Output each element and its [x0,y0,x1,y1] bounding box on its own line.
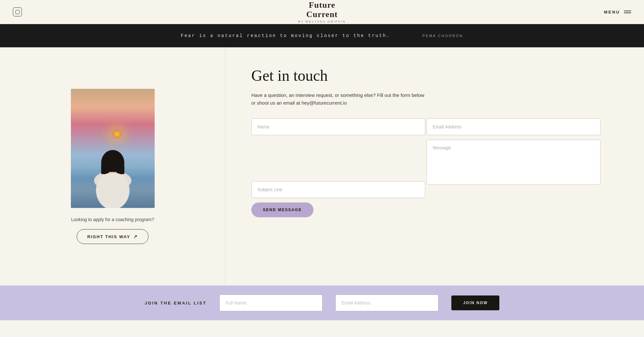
contact-form-panel: Get in touch Have a question, an intervi… [226,47,644,286]
name-input[interactable] [251,118,425,135]
right-this-way-label: RIGHT THIS WAY [87,234,130,239]
email-footer: JOIN THE EMAIL LIST JOIN NOW [0,286,644,320]
quote-text: Fear is a natural reaction to moving clo… [181,33,390,38]
footer-name-input[interactable] [219,295,322,311]
main-content: Looking to apply for a coaching program?… [0,47,644,286]
contact-title: Get in touch [251,67,618,84]
hamburger-icon [624,11,631,13]
logo-title: FutureCurrent [298,1,346,19]
join-email-label: JOIN THE EMAIL LIST [145,301,207,305]
svg-point-5 [98,173,128,195]
quote-author: PEMA CHODRON [422,34,463,38]
logo: FutureCurrent BY MELYSSA GRIFFIN [298,1,346,23]
arrow-icon: ↗ [133,234,138,239]
email-link[interactable]: hey@futurecurrent.io [302,100,347,106]
join-now-button[interactable]: JOIN NOW [451,295,499,310]
menu-button[interactable]: MENU [604,10,631,14]
hero-photo [71,89,155,208]
send-message-button[interactable]: SEND MESSAGE [251,202,313,217]
instagram-icon[interactable] [13,7,22,16]
message-input[interactable] [427,140,601,185]
subject-input[interactable] [251,181,425,198]
coaching-text: Looking to apply for a coaching program? [71,217,154,222]
header-left [13,7,52,16]
quote-bar: Fear is a natural reaction to moving clo… [0,24,644,47]
email-input[interactable] [427,118,601,135]
menu-label: MENU [604,10,620,14]
contact-description: Have a question, an interview request, o… [251,91,425,107]
right-this-way-button[interactable]: RIGHT THIS WAY ↗ [77,229,149,244]
logo-subtitle: BY MELYSSA GRIFFIN [298,20,346,23]
person-silhouette [81,131,145,208]
left-panel: Looking to apply for a coaching program?… [0,47,226,286]
footer-email-input[interactable] [335,295,438,311]
site-header: FutureCurrent BY MELYSSA GRIFFIN MENU [0,0,644,24]
